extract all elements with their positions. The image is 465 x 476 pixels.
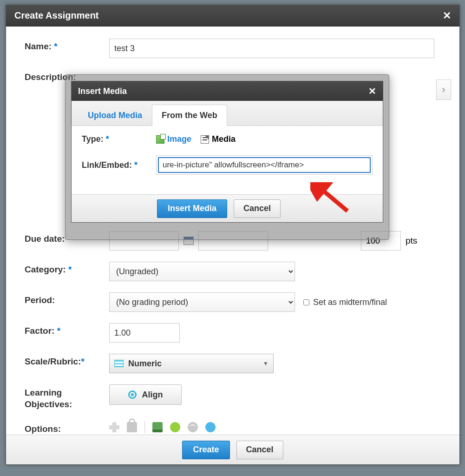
tab-upload-media[interactable]: Upload Media <box>78 105 152 126</box>
factor-label: Factor: * <box>25 323 109 336</box>
tab-bar: Upload Media From the Web <box>72 101 383 126</box>
globe-icon[interactable] <box>188 422 198 432</box>
period-row: Period: (No grading period) Set as midte… <box>25 292 445 312</box>
target-icon <box>128 390 137 399</box>
scale-label: Scale/Rubric:* <box>25 354 109 367</box>
image-icon <box>156 135 164 144</box>
share-icon[interactable] <box>109 422 119 432</box>
options-row: Options: <box>25 421 445 434</box>
scale-row: Scale/Rubric:* Numeric ▼ <box>25 354 445 373</box>
factor-input[interactable] <box>109 323 180 343</box>
midterm-checkbox-label[interactable]: Set as midterm/final <box>303 298 387 307</box>
period-select[interactable]: (No grading period) <box>109 292 295 312</box>
comment-icon[interactable] <box>205 422 216 432</box>
factor-row: Factor: * <box>25 323 445 343</box>
points-label: pts <box>406 236 417 246</box>
dialog-title: Create Assignment <box>14 10 443 21</box>
name-row: Name: * <box>25 39 445 58</box>
tab-from-web[interactable]: From the Web <box>152 105 227 126</box>
scale-rubric-dropdown[interactable]: Numeric ▼ <box>109 354 274 373</box>
dialog-footer: Create Cancel <box>6 435 459 464</box>
insert-media-button[interactable]: Insert Media <box>157 199 227 218</box>
learning-objectives-label: LearningObjectives: <box>25 384 109 410</box>
link-embed-input[interactable] <box>158 157 371 173</box>
chevron-down-icon: ▼ <box>263 360 269 367</box>
type-image-option[interactable]: Image <box>156 134 191 144</box>
status-green-icon[interactable] <box>170 422 180 432</box>
link-embed-label: Link/Embed: * <box>82 160 156 170</box>
type-label: Type: * <box>82 134 156 144</box>
dropbox-icon[interactable] <box>152 422 163 432</box>
cancel-button[interactable]: Cancel <box>236 441 283 459</box>
media-icon <box>201 135 209 144</box>
link-embed-row: Link/Embed: * <box>82 155 373 175</box>
lock-icon[interactable] <box>127 422 137 432</box>
scale-icon <box>114 360 124 367</box>
insert-media-footer: Insert Media Cancel <box>72 194 383 222</box>
close-icon[interactable]: ✕ <box>368 86 376 97</box>
insert-media-header: Insert Media ✕ <box>72 81 383 101</box>
type-row: Type: * Image Media <box>82 134 373 144</box>
dialog-header: Create Assignment ✕ <box>6 5 459 26</box>
name-label: Name: * <box>25 39 109 52</box>
divider <box>144 421 145 433</box>
period-label: Period: <box>25 292 109 305</box>
expand-description-button[interactable]: › <box>436 79 451 100</box>
cancel-button[interactable]: Cancel <box>234 199 281 218</box>
insert-media-body: Type: * Image Media Link/Embed: * <box>72 126 383 194</box>
insert-media-dialog: Insert Media ✕ Upload Media From the Web… <box>71 81 383 223</box>
category-row: Category: * (Ungraded) <box>25 262 445 281</box>
category-label: Category: * <box>25 262 109 275</box>
insert-media-title: Insert Media <box>78 86 368 96</box>
category-select[interactable]: (Ungraded) <box>109 262 295 281</box>
learning-objectives-row: LearningObjectives: Align <box>25 384 445 410</box>
type-media-option[interactable]: Media <box>201 134 236 144</box>
close-icon[interactable]: ✕ <box>443 10 451 22</box>
midterm-checkbox[interactable] <box>303 299 309 305</box>
options-label: Options: <box>25 421 109 434</box>
name-input[interactable] <box>109 39 434 58</box>
align-button[interactable]: Align <box>109 384 182 405</box>
create-button[interactable]: Create <box>182 441 229 459</box>
